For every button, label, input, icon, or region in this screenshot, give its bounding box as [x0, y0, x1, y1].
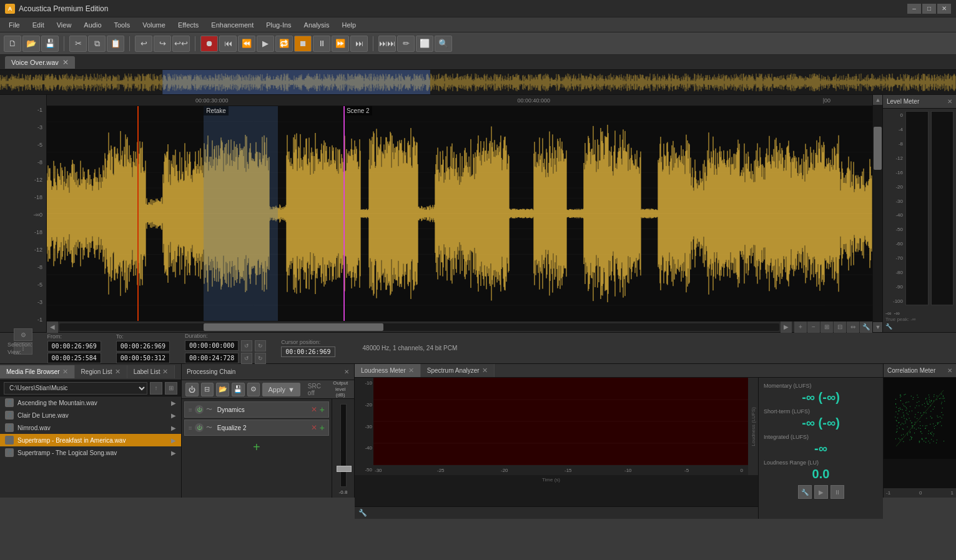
undo-button[interactable]: ↩	[135, 36, 152, 52]
drag-handle-icon[interactable]: ≡	[189, 425, 192, 431]
v-scrollbar[interactable]: ▲ ▼	[872, 95, 882, 332]
play-arrow-icon[interactable]: ▶	[171, 412, 176, 419]
meter-tool-icon[interactable]: 🔧	[885, 323, 892, 330]
view-reset-button[interactable]: ↺	[241, 353, 252, 364]
menu-item-audio[interactable]: Audio	[77, 19, 107, 31]
close-button[interactable]: ✕	[937, 4, 951, 14]
save-button[interactable]: 💾	[41, 36, 59, 52]
lufs-pause-button[interactable]: ⏸	[830, 485, 844, 499]
equalize-add-icon[interactable]: +	[320, 423, 325, 433]
media-item-supertramp-breakfast[interactable]: 🎵 Supertramp - Breakfast in America.wav …	[0, 434, 181, 446]
v-scroll-up[interactable]: ▲	[873, 95, 883, 105]
dynamics-add-icon[interactable]: +	[320, 405, 325, 415]
tab-loudness-meter[interactable]: Loudness Meter ✕	[355, 364, 421, 377]
copy-button[interactable]: ⧉	[88, 36, 106, 52]
media-item-ascending[interactable]: 🎵 Ascending the Mountain.wav ▶	[0, 396, 181, 409]
track-settings-btn[interactable]: ⚙	[14, 328, 32, 341]
rewind-button[interactable]: ⏪	[238, 36, 255, 52]
play-arrow-icon[interactable]: ▶	[171, 437, 176, 444]
proc-load-button[interactable]: 📂	[216, 383, 229, 396]
v-scroll-track[interactable]	[873, 105, 882, 322]
play-button[interactable]: ▶	[257, 36, 274, 52]
repeat-button[interactable]: 🔁	[275, 36, 293, 52]
add-effect-button[interactable]: +	[184, 438, 329, 457]
lufs-play-button[interactable]: ▶	[814, 485, 828, 499]
media-item-clair[interactable]: 🎵 Clair De Lune.wav ▶	[0, 409, 181, 421]
paste-button[interactable]: 📋	[107, 36, 124, 52]
equalize-power-icon[interactable]: ⏻	[195, 423, 204, 432]
zoom-out-h-button[interactable]: ⊟	[834, 322, 846, 333]
v-scroll-thumb[interactable]	[874, 127, 882, 170]
zoom-out-v-button[interactable]: −	[807, 322, 820, 333]
tab-media-close[interactable]: ✕	[62, 368, 68, 376]
play-arrow-icon[interactable]: ▶	[171, 425, 176, 431]
pause-button[interactable]: ⏸	[313, 36, 330, 52]
fader-knob[interactable]	[337, 466, 352, 472]
minimize-button[interactable]: –	[907, 4, 921, 14]
record-button[interactable]: ⏺	[200, 36, 218, 52]
play-arrow-icon[interactable]: ▶	[171, 400, 176, 406]
redo-button[interactable]: ↩↩	[172, 36, 190, 52]
media-item-nimrod[interactable]: 🎵 Nimrod.wav ▶	[0, 421, 181, 434]
menu-item-edit[interactable]: Edit	[26, 19, 51, 31]
zoom-wrench-button[interactable]: 🔧	[860, 322, 872, 333]
tab-region-list[interactable]: Region List ✕	[75, 365, 127, 378]
path-up-button[interactable]: ↑	[150, 382, 162, 395]
zoom-fit-button[interactable]: ⇔	[847, 322, 859, 333]
menu-item-plug-ins[interactable]: Plug-Ins	[260, 19, 297, 31]
play-arrow-icon[interactable]: ▶	[171, 449, 176, 456]
proc-settings-button[interactable]: ⚙	[247, 383, 260, 396]
menu-item-analysis[interactable]: Analysis	[298, 19, 336, 31]
stop-button[interactable]: ⏹	[294, 36, 312, 52]
open-button[interactable]: 📂	[22, 36, 40, 52]
menu-item-tools[interactable]: Tools	[108, 19, 137, 31]
overview-bar[interactable]	[0, 70, 956, 95]
zoom-in-v-button[interactable]: +	[794, 322, 807, 333]
path-select[interactable]: C:\Users\Stian\Music	[4, 382, 147, 395]
level-meter-close[interactable]: ✕	[947, 98, 952, 105]
new-button[interactable]: 🗋	[4, 36, 21, 52]
drag-handle-icon[interactable]: ≡	[189, 406, 192, 413]
loudness-tab-close[interactable]: ✕	[408, 366, 414, 375]
media-item-supertramp-logical[interactable]: 🎵 Supertramp - The Logical Song.wav ▶	[0, 446, 181, 459]
dynamics-delete-icon[interactable]: ✕	[311, 405, 317, 414]
menu-item-help[interactable]: Help	[336, 19, 363, 31]
view-apply-button[interactable]: ↻	[255, 353, 266, 364]
ff-button[interactable]: ⏩	[332, 36, 349, 52]
lufs-tool-button[interactable]: 🔧	[798, 485, 812, 499]
menu-item-enhancement[interactable]: Enhancement	[205, 19, 260, 31]
selection-apply-button[interactable]: ↻	[255, 340, 266, 351]
scroll-left-button[interactable]: ◀	[47, 322, 58, 333]
dynamics-power-icon[interactable]: ⏻	[195, 405, 204, 414]
select-button[interactable]: ⬜	[416, 36, 433, 52]
selection-reset-button[interactable]: ↺	[241, 340, 252, 351]
cut-button[interactable]: ✂	[69, 36, 87, 52]
zoom-in-h-button[interactable]: ⊞	[820, 322, 833, 333]
edit-mode-button[interactable]: ✏	[397, 36, 415, 52]
proc-save-button[interactable]: ⊟	[201, 383, 214, 396]
proc-power-button[interactable]: ⏻	[185, 383, 199, 396]
scroll-right-button[interactable]: ▶	[781, 322, 792, 333]
tab-label-list[interactable]: Label List ✕	[127, 365, 175, 378]
menu-item-effects[interactable]: Effects	[172, 19, 205, 31]
h-scrollbar[interactable]: ◀ ▶ + − ⊞ ⊟ ⇔ 🔧	[47, 321, 872, 332]
apply-button[interactable]: Apply ▼	[262, 383, 300, 396]
maximize-button[interactable]: □	[922, 4, 936, 14]
tab-region-close[interactable]: ✕	[115, 368, 121, 376]
v-scroll-down[interactable]: ▼	[873, 322, 883, 332]
track-tab-close[interactable]: ✕	[62, 58, 69, 67]
spectrum-tab-close[interactable]: ✕	[482, 366, 488, 375]
tab-spectrum-analyzer[interactable]: Spectrum Analyzer ✕	[421, 364, 495, 377]
to-start-button[interactable]: ⏮	[219, 36, 237, 52]
zoom-button[interactable]: 🔍	[435, 36, 452, 52]
waveform[interactable]: Retake Scene 2	[47, 106, 872, 321]
menu-item-file[interactable]: File	[2, 19, 26, 31]
scroll-thumb[interactable]	[204, 323, 383, 331]
proc-saveas-button[interactable]: 💾	[232, 383, 245, 396]
to-end-button[interactable]: ⏭	[350, 36, 368, 52]
tab-label-close[interactable]: ✕	[162, 368, 168, 376]
track-tab-voiceover[interactable]: Voice Over.wav ✕	[5, 56, 75, 69]
proc-close[interactable]: ✕	[344, 368, 349, 375]
menu-item-view[interactable]: View	[51, 19, 78, 31]
skip-button[interactable]: ⏭⏭	[378, 36, 396, 52]
